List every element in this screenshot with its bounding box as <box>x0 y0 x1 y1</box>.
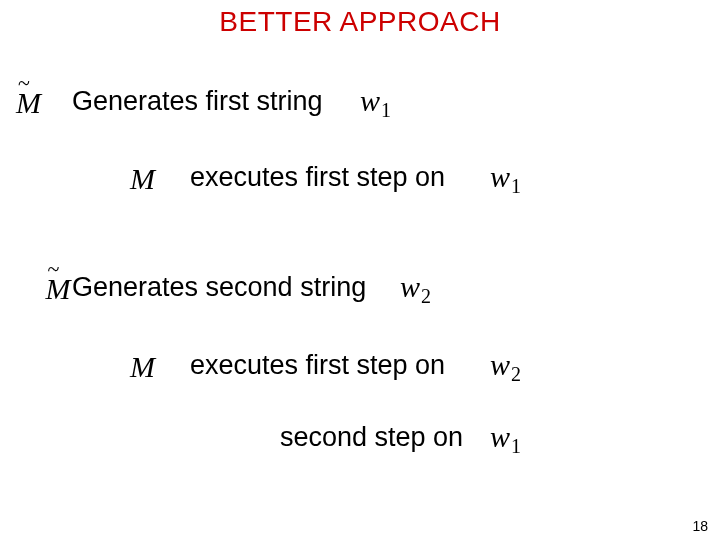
symbol-w: w <box>490 160 510 193</box>
symbol-w: w <box>400 270 420 303</box>
symbol-w1: w1 <box>360 84 391 122</box>
page-number: 18 <box>692 518 708 534</box>
symbol-w2: w2 <box>400 270 431 308</box>
symbol-m: M <box>130 162 155 196</box>
text-generates-second-string: Generates second string <box>72 272 366 303</box>
slide: BETTER APPROACH ~ M Generates first stri… <box>0 0 720 540</box>
subscript-1: 1 <box>510 435 521 457</box>
text-second-step-on: second step on <box>280 422 463 453</box>
subscript-2: 2 <box>510 363 521 385</box>
symbol-w: w <box>360 84 380 117</box>
symbol-w1: w1 <box>490 160 521 198</box>
symbol-w1: w1 <box>490 420 521 458</box>
text-executes-first-step-on: executes first step on <box>190 350 445 381</box>
text-executes-first-step-on: executes first step on <box>190 162 445 193</box>
tilde-mark: ~ <box>18 70 30 96</box>
subscript-2: 2 <box>420 285 431 307</box>
text-generates-first-string: Generates first string <box>72 86 323 117</box>
subscript-1: 1 <box>380 99 391 121</box>
symbol-w2: w2 <box>490 348 521 386</box>
symbol-w: w <box>490 420 510 453</box>
symbol-m-tilde: ~ M <box>16 86 41 120</box>
symbol-m: M <box>130 350 155 384</box>
subscript-1: 1 <box>510 175 521 197</box>
tilde-mark: ~ <box>47 256 59 282</box>
slide-title: BETTER APPROACH <box>0 6 720 38</box>
symbol-w: w <box>490 348 510 381</box>
symbol-m-tilde: ~ M <box>45 272 70 306</box>
